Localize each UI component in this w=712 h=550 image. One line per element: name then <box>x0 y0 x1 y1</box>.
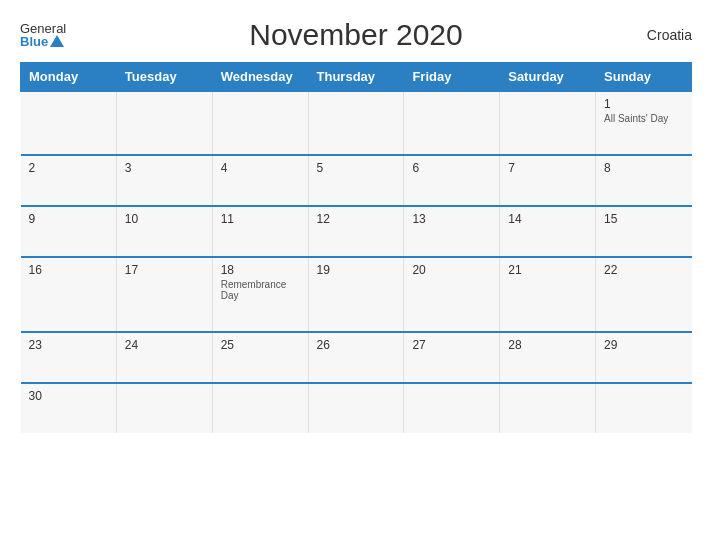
week-row-4: 161718Remembrance Day19202122 <box>21 257 692 332</box>
day-number: 12 <box>317 212 396 226</box>
calendar-cell: 5 <box>308 155 404 206</box>
calendar-cell: 20 <box>404 257 500 332</box>
calendar-cell: 19 <box>308 257 404 332</box>
calendar-cell: 4 <box>212 155 308 206</box>
calendar-cell: 10 <box>116 206 212 257</box>
day-number: 20 <box>412 263 491 277</box>
calendar-cell: 29 <box>596 332 692 383</box>
calendar-cell: 27 <box>404 332 500 383</box>
day-header-wednesday: Wednesday <box>212 63 308 92</box>
day-number: 27 <box>412 338 491 352</box>
calendar-cell <box>308 91 404 155</box>
day-number: 18 <box>221 263 300 277</box>
day-number: 17 <box>125 263 204 277</box>
day-header-friday: Friday <box>404 63 500 92</box>
calendar-cell: 17 <box>116 257 212 332</box>
day-header-sunday: Sunday <box>596 63 692 92</box>
week-row-6: 30 <box>21 383 692 433</box>
logo: General Blue <box>20 22 66 48</box>
day-header-monday: Monday <box>21 63 117 92</box>
calendar-cell: 13 <box>404 206 500 257</box>
calendar-cell: 26 <box>308 332 404 383</box>
calendar-cell: 14 <box>500 206 596 257</box>
day-number: 5 <box>317 161 396 175</box>
day-header-saturday: Saturday <box>500 63 596 92</box>
calendar-cell <box>500 383 596 433</box>
calendar-cell: 9 <box>21 206 117 257</box>
calendar-cell: 22 <box>596 257 692 332</box>
calendar-cell <box>212 383 308 433</box>
day-number: 30 <box>29 389 108 403</box>
calendar-cell: 21 <box>500 257 596 332</box>
day-number: 14 <box>508 212 587 226</box>
logo-triangle-icon <box>50 35 64 47</box>
day-number: 10 <box>125 212 204 226</box>
day-number: 26 <box>317 338 396 352</box>
week-row-5: 23242526272829 <box>21 332 692 383</box>
calendar-cell <box>212 91 308 155</box>
day-number: 19 <box>317 263 396 277</box>
calendar-cell <box>596 383 692 433</box>
calendar-header: General Blue November 2020 Croatia <box>20 18 692 52</box>
event-label: Remembrance Day <box>221 279 300 301</box>
calendar-cell <box>116 91 212 155</box>
day-number: 2 <box>29 161 108 175</box>
day-number: 13 <box>412 212 491 226</box>
calendar-cell <box>116 383 212 433</box>
calendar-cell <box>21 91 117 155</box>
logo-blue-text: Blue <box>20 35 64 48</box>
calendar-cell: 8 <box>596 155 692 206</box>
calendar-container: General Blue November 2020 Croatia Monda… <box>0 0 712 550</box>
calendar-cell: 18Remembrance Day <box>212 257 308 332</box>
calendar-cell: 16 <box>21 257 117 332</box>
day-number: 21 <box>508 263 587 277</box>
calendar-cell: 7 <box>500 155 596 206</box>
calendar-cell: 15 <box>596 206 692 257</box>
event-label: All Saints' Day <box>604 113 683 124</box>
calendar-cell <box>500 91 596 155</box>
day-number: 6 <box>412 161 491 175</box>
calendar-table: MondayTuesdayWednesdayThursdayFridaySatu… <box>20 62 692 433</box>
day-number: 28 <box>508 338 587 352</box>
week-row-1: 1All Saints' Day <box>21 91 692 155</box>
day-header-thursday: Thursday <box>308 63 404 92</box>
day-number: 15 <box>604 212 683 226</box>
day-number: 25 <box>221 338 300 352</box>
day-number: 9 <box>29 212 108 226</box>
calendar-cell: 11 <box>212 206 308 257</box>
day-number: 1 <box>604 97 683 111</box>
day-number: 24 <box>125 338 204 352</box>
calendar-cell: 2 <box>21 155 117 206</box>
calendar-cell: 25 <box>212 332 308 383</box>
day-number: 8 <box>604 161 683 175</box>
calendar-cell: 12 <box>308 206 404 257</box>
calendar-cell <box>308 383 404 433</box>
calendar-cell <box>404 91 500 155</box>
days-header-row: MondayTuesdayWednesdayThursdayFridaySatu… <box>21 63 692 92</box>
day-number: 7 <box>508 161 587 175</box>
calendar-cell: 6 <box>404 155 500 206</box>
day-number: 29 <box>604 338 683 352</box>
day-number: 16 <box>29 263 108 277</box>
calendar-cell: 23 <box>21 332 117 383</box>
day-number: 3 <box>125 161 204 175</box>
calendar-cell: 28 <box>500 332 596 383</box>
day-number: 23 <box>29 338 108 352</box>
calendar-cell: 30 <box>21 383 117 433</box>
country-label: Croatia <box>647 27 692 43</box>
calendar-cell: 3 <box>116 155 212 206</box>
week-row-3: 9101112131415 <box>21 206 692 257</box>
calendar-cell <box>404 383 500 433</box>
week-row-2: 2345678 <box>21 155 692 206</box>
day-number: 22 <box>604 263 683 277</box>
calendar-title: November 2020 <box>249 18 462 52</box>
day-header-tuesday: Tuesday <box>116 63 212 92</box>
calendar-cell: 24 <box>116 332 212 383</box>
calendar-cell: 1All Saints' Day <box>596 91 692 155</box>
day-number: 4 <box>221 161 300 175</box>
day-number: 11 <box>221 212 300 226</box>
